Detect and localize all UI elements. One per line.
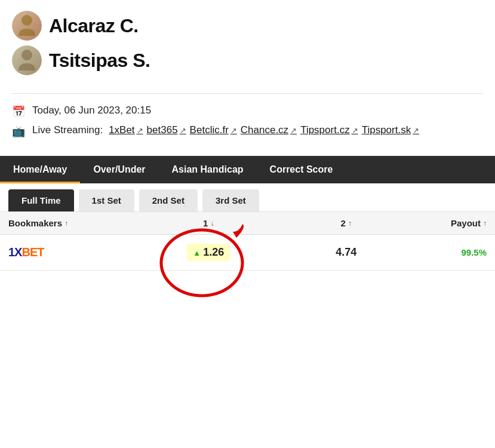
odds-1-highlighted[interactable]: ▲1.26 — [187, 244, 230, 261]
tab-correct-score[interactable]: Correct Score — [257, 156, 346, 183]
subtab-1st-set[interactable]: 1st Set — [79, 189, 134, 211]
divider-1 — [12, 93, 483, 94]
sort-col2-icon[interactable]: ↑ — [348, 219, 352, 228]
external-link-icon-bet365: ↗ — [180, 126, 186, 135]
player-row-2: Tsitsipas S. — [12, 45, 483, 75]
match-info-section: 📅 Today, 06 Jun 2023, 20:15 📺 Live Strea… — [0, 101, 495, 148]
player-1-avatar — [12, 11, 42, 41]
bookmaker-1xbet-logo[interactable]: 1XBET — [8, 246, 44, 259]
tab-over-under[interactable]: Over/Under — [80, 156, 158, 183]
player-row-1: Alcaraz C. — [12, 11, 483, 41]
tv-icon: 📺 — [12, 125, 25, 138]
player-1-name: Alcaraz C. — [49, 15, 139, 37]
player-2-avatar — [12, 45, 42, 75]
tab-asian-handicap[interactable]: Asian Handicap — [159, 156, 257, 183]
payout-cell: 99.5% — [415, 247, 487, 257]
odds-col2-cell[interactable]: 4.74 — [278, 246, 416, 259]
sort-col1-icon[interactable]: ↓ — [210, 219, 214, 228]
streaming-links: Live Streaming: 1xBet ↗ bet365 ↗ Betclic… — [32, 124, 419, 136]
odds-1-trend: ▲ — [193, 248, 201, 257]
tabs-section: Home/Away Over/Under Asian Handicap Corr… — [0, 156, 495, 183]
circle-overlay: ▲1.26 — [187, 244, 230, 261]
external-link-icon-betclic: ↗ — [230, 126, 237, 135]
tab-home-away[interactable]: Home/Away — [0, 156, 80, 183]
th-col1: 1 ↓ — [140, 218, 278, 228]
subtabs-section: Full Time 1st Set 2nd Set 3rd Set — [0, 183, 495, 212]
stream-link-bet365[interactable]: bet365 ↗ — [147, 124, 186, 136]
table-row: 1XBET ▲1.26 4.74 99.5% — [0, 235, 495, 271]
svg-point-0 — [21, 15, 32, 26]
th-payout: Payout ↑ — [415, 218, 487, 228]
match-datetime: Today, 06 Jun 2023, 20:15 — [32, 105, 151, 116]
stream-link-tipsport-sk[interactable]: Tipsport.sk ↗ — [362, 124, 420, 136]
subtab-2nd-set[interactable]: 2nd Set — [139, 189, 198, 211]
players-section: Alcaraz C. Tsitsipas S. — [0, 0, 495, 86]
external-link-icon-tipsport-cz: ↗ — [352, 126, 358, 135]
streaming-label: Live Streaming: — [32, 124, 103, 136]
streaming-row: 📺 Live Streaming: 1xBet ↗ bet365 ↗ Betcl… — [12, 124, 483, 138]
external-link-icon-tipsport-sk: ↗ — [413, 126, 419, 135]
odds-1-value: 1.26 — [203, 246, 224, 258]
table-section: Bookmakers ↑ 1 ↓ 2 ↑ Payout ↑ 1XBET ▲1.2… — [0, 212, 495, 271]
external-link-icon-chance: ↗ — [290, 126, 297, 135]
svg-point-1 — [21, 50, 32, 60]
payout-value: 99.5% — [461, 247, 487, 257]
datetime-row: 📅 Today, 06 Jun 2023, 20:15 — [12, 105, 483, 118]
stream-link-betclic[interactable]: Betclic.fr ↗ — [190, 124, 237, 136]
stream-link-1xbet[interactable]: 1xBet ↗ — [109, 124, 143, 136]
table-header-row: Bookmakers ↑ 1 ↓ 2 ↑ Payout ↑ — [0, 212, 495, 235]
th-bookmakers: Bookmakers ↑ — [8, 218, 140, 228]
sort-payout-icon[interactable]: ↑ — [483, 219, 487, 228]
subtab-full-time[interactable]: Full Time — [8, 189, 74, 211]
external-link-icon-1xbet: ↗ — [137, 126, 143, 135]
stream-link-chance[interactable]: Chance.cz ↗ — [241, 124, 297, 136]
odds-col1-cell: ▲1.26 — [140, 244, 278, 261]
th-col2: 2 ↑ — [278, 218, 416, 228]
calendar-icon: 📅 — [12, 105, 25, 118]
logo-bet-text: BET — [21, 246, 44, 259]
logo-1x-text: 1X — [8, 246, 21, 259]
subtab-3rd-set[interactable]: 3rd Set — [202, 189, 259, 211]
player-2-name: Tsitsipas S. — [49, 50, 150, 72]
bookmaker-cell: 1XBET — [8, 246, 140, 259]
svg-point-2 — [161, 230, 242, 296]
sort-bookmakers-icon[interactable]: ↑ — [64, 219, 68, 228]
stream-link-tipsport-cz[interactable]: Tipsport.cz ↗ — [300, 124, 358, 136]
odds-2-value: 4.74 — [336, 246, 356, 259]
